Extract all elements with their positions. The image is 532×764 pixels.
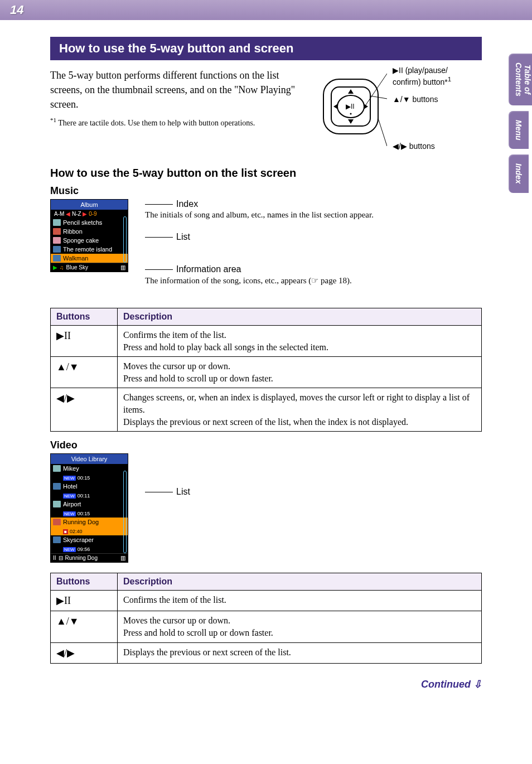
table-row: ▶II Confirms the item of the list. Press… (51, 326, 482, 357)
scrollbar (123, 471, 127, 553)
table-row: ▶II Confirms the item of the list. (51, 591, 482, 611)
intro-row: The 5-way button performs different func… (50, 68, 482, 153)
tab-table-of-contents[interactable]: Table of Contents (509, 54, 532, 105)
callout-list: List (145, 487, 482, 497)
svg-marker-5 (348, 89, 354, 94)
th-buttons: Buttons (51, 573, 118, 591)
th-buttons: Buttons (51, 308, 118, 326)
table-row: ▲/▼ Moves the cursor up or down. Press a… (51, 611, 482, 642)
intro-text-col: The 5-way button performs different func… (50, 68, 309, 153)
footnote: *1 There are tactile dots. Use them to h… (50, 116, 309, 128)
label-up-down: ▲/▼ buttons (393, 95, 438, 104)
music-list: Pencil sketchs Ribbon Sponge cake The re… (51, 218, 128, 263)
section-title: How to use the 5-way button and screen (50, 37, 482, 60)
label-left-right: ◀/▶ buttons (393, 142, 435, 151)
video-buttons-table: Buttons Description ▶II Confirms the ite… (50, 573, 482, 664)
callout-info-area: Information area The information of the … (145, 264, 482, 286)
index-bar: A-M ◀ N-Z ▶ 0-9 (51, 210, 128, 218)
video-screenshot-row: Video Library MikeyNEW 00:15 HotelNEW 00… (50, 453, 482, 563)
five-way-button-illustration: ▶II (320, 68, 387, 152)
intro-paragraph: The 5-way button performs different func… (50, 68, 309, 112)
tab-index[interactable]: Index (509, 154, 529, 193)
tab-menu[interactable]: Menu (509, 111, 529, 149)
th-description: Description (118, 308, 482, 326)
subheading-list-screen: How to use the 5-way button on the list … (50, 167, 482, 180)
music-callouts: Index The initials of song and album, et… (145, 199, 482, 298)
svg-point-4 (350, 113, 352, 115)
video-callouts: List (145, 453, 482, 509)
header-strip: 14 (0, 0, 532, 20)
video-heading: Video (50, 439, 482, 451)
callout-list: List (145, 232, 482, 242)
table-row: ◀/▶ Displays the previous or next screen… (51, 642, 482, 663)
side-tabs: Table of Contents Menu Index (509, 54, 532, 199)
footnote-marker: *1 (50, 117, 56, 123)
table-row: ◀/▶ Changes screens, or, when an index i… (51, 388, 482, 432)
music-screenshot-row: Album A-M ◀ N-Z ▶ 0-9 Pencil sketchs Rib… (50, 199, 482, 298)
table-row: ▲/▼ Moves the cursor up or down. Press a… (51, 357, 482, 388)
screen-title: Video Library (51, 454, 128, 464)
music-heading: Music (50, 185, 482, 197)
music-buttons-table: Buttons Description ▶II Confirms the ite… (50, 308, 482, 432)
svg-line-11 (378, 118, 387, 146)
page-body: Table of Contents Menu Index How to use … (0, 20, 532, 713)
info-area: II ⊟Running Dog ▥ (51, 553, 128, 562)
screen-title: Album (51, 200, 128, 210)
music-list-screen: Album A-M ◀ N-Z ▶ 0-9 Pencil sketchs Rib… (50, 199, 128, 272)
label-play-pause: ▶II (play/pause/ confirm) button*1 (393, 66, 451, 86)
svg-marker-6 (348, 119, 354, 124)
svg-marker-7 (333, 104, 338, 109)
th-description: Description (118, 573, 482, 591)
video-list: MikeyNEW 00:15 HotelNEW 00:11 AirportNEW… (51, 464, 128, 553)
footnote-text: There are tactile dots. Use them to help… (58, 119, 255, 127)
continued-indicator: Continued ⇩ (50, 678, 482, 690)
callout-index: Index The initials of song and album, et… (145, 199, 482, 220)
info-area: ▶♫Blue Sky ▥ (51, 263, 128, 272)
page-number: 14 (10, 3, 23, 17)
video-list-screen: Video Library MikeyNEW 00:15 HotelNEW 00… (50, 453, 128, 563)
button-diagram: ▶II ▶II (play/pause/ confirm) button*1 ▲… (320, 68, 482, 153)
svg-text:▶II: ▶II (346, 103, 355, 110)
scrollbar (123, 216, 127, 263)
